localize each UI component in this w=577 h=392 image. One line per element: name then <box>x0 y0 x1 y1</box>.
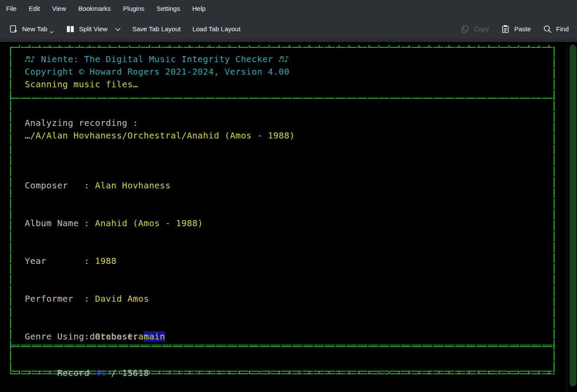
field-album-name: Album Name : Anahid (Amos - 1988) <box>25 217 203 230</box>
copy-icon <box>460 24 470 34</box>
record-counter: Record 44 / 15618 <box>25 354 149 392</box>
field-composer: Composer : Alan Hovhaness <box>25 179 203 192</box>
new-tab-chevron-down-icon[interactable] <box>49 31 54 34</box>
find-label: Find <box>556 25 569 33</box>
scrollbar-handle[interactable] <box>570 45 576 386</box>
field-composer-label: Composer : <box>25 180 95 191</box>
menu-plugins[interactable]: Plugins <box>123 5 144 12</box>
toolbar-right-group: Copy Paste <box>460 24 569 34</box>
menu-help[interactable]: Help <box>192 5 206 12</box>
tui-right-border <box>554 47 554 374</box>
copyright-line: Copyright © Howard Rogers 2021-2024, Ver… <box>25 66 290 78</box>
copy-label: Copy <box>474 25 489 33</box>
record-total: 15618 <box>122 368 149 378</box>
tui-header-divider <box>10 98 554 99</box>
menu-view[interactable]: View <box>52 5 66 12</box>
record-current: 44 <box>95 368 106 378</box>
save-tab-layout-label: Save Tab Layout <box>132 25 181 33</box>
tui-left-border <box>10 47 11 374</box>
database-label: Using database: <box>57 331 144 342</box>
toolbar: New Tab Split View <box>0 16 577 42</box>
field-year: Year : 1988 <box>25 255 203 267</box>
scanning-status: Scanning music files… <box>25 78 138 91</box>
field-performer-value: David Amos <box>95 293 149 304</box>
field-year-value: 1988 <box>95 256 117 266</box>
scrollbar-track-divider <box>567 42 567 392</box>
split-view-label: Split View <box>79 25 108 33</box>
tui-header-top-border <box>10 47 554 48</box>
menu-settings[interactable]: Settings <box>157 5 180 12</box>
database-line: Using database: main <box>25 318 165 356</box>
split-view-button[interactable]: Split View <box>66 24 121 34</box>
menu-bookmarks[interactable]: Bookmarks <box>78 5 111 12</box>
terminal-screen[interactable]: ♬♪ Niente: The Digital Music Integrity C… <box>0 42 577 392</box>
new-tab-label: New Tab <box>22 25 47 33</box>
record-separator: / <box>106 368 122 378</box>
split-view-chevron-down-icon[interactable] <box>115 28 121 31</box>
copy-button[interactable]: Copy <box>460 24 489 34</box>
menu-file[interactable]: File <box>6 5 16 12</box>
app-title: ♬♪ Niente: The Digital Music Integrity C… <box>25 53 290 66</box>
new-tab-button[interactable]: New Tab <box>9 24 54 34</box>
database-value: main <box>144 331 165 342</box>
paste-icon <box>501 24 510 34</box>
field-year-label: Year : <box>25 256 95 266</box>
paste-button[interactable]: Paste <box>501 24 531 34</box>
toolbar-left-group: New Tab Split View <box>9 24 241 34</box>
record-label: Record <box>57 368 95 378</box>
new-tab-icon <box>9 24 18 34</box>
split-view-icon <box>66 24 75 34</box>
field-composer-value: Alan Hovhaness <box>95 180 171 191</box>
field-album-name-value: Anahid (Amos - 1988) <box>95 218 203 228</box>
find-button[interactable]: Find <box>543 24 569 34</box>
menu-bar: File Edit View Bookmarks Plugins Setting… <box>0 0 577 16</box>
field-performer: Performer : David Amos <box>25 293 203 305</box>
paste-label: Paste <box>514 25 531 33</box>
load-tab-layout-label: Load Tab Layout <box>192 25 241 33</box>
save-tab-layout-button[interactable]: Save Tab Layout <box>132 25 181 33</box>
analyzing-label: Analyzing recording : <box>25 117 138 129</box>
menu-edit[interactable]: Edit <box>29 5 40 12</box>
field-performer-label: Performer : <box>25 293 95 304</box>
load-tab-layout-button[interactable]: Load Tab Layout <box>192 25 241 33</box>
recording-path: …/A/Alan Hovhaness/Orchestral/Anahid (Am… <box>25 129 295 142</box>
search-icon <box>543 24 552 34</box>
app-window: File Edit View Bookmarks Plugins Setting… <box>0 0 577 392</box>
field-album-name-label: Album Name : <box>25 218 95 228</box>
